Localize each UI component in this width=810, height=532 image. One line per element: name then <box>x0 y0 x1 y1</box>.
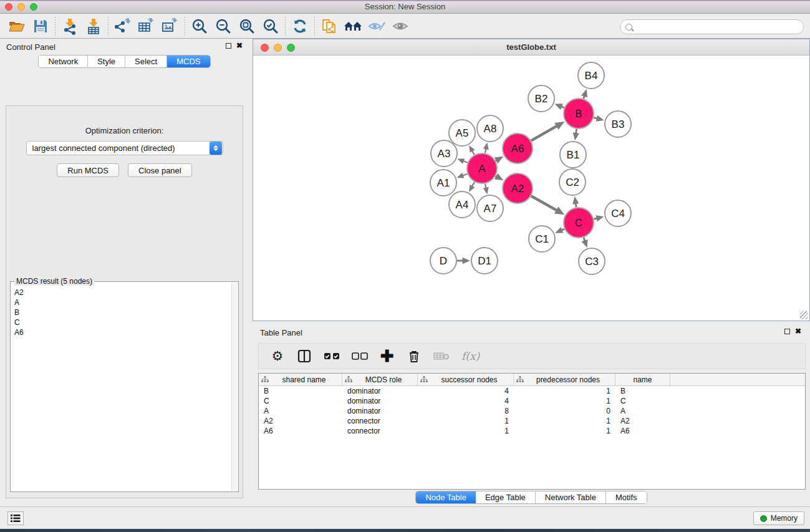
tab-node-table[interactable]: Node Table <box>416 491 476 503</box>
cell-MCDS-role[interactable]: connector <box>342 417 418 425</box>
cell-predecessor-nodes[interactable]: 1 <box>514 427 615 435</box>
edge-A-A4[interactable] <box>472 182 475 186</box>
cell-name[interactable]: C <box>615 397 670 405</box>
import-network-button[interactable] <box>58 16 82 36</box>
column-visibility-button[interactable] <box>297 347 312 365</box>
zoom-in-button[interactable] <box>188 16 211 36</box>
cell-MCDS-role[interactable]: dominator <box>342 397 418 405</box>
cell-successor-nodes[interactable]: 4 <box>418 397 514 405</box>
cell-successor-nodes[interactable]: 1 <box>418 427 514 435</box>
edge-A-A3[interactable] <box>463 161 468 163</box>
tab-motifs[interactable]: Motifs <box>606 491 647 503</box>
home-button[interactable] <box>341 16 365 36</box>
edge-A-A1[interactable] <box>463 174 468 176</box>
edge-A6-B[interactable] <box>531 126 557 141</box>
graph-node-A8[interactable]: A8 <box>477 115 503 142</box>
graph-node-A6[interactable]: A6 <box>503 133 533 163</box>
export-image-button[interactable] <box>158 16 182 36</box>
cell-shared-name[interactable]: A2 <box>259 417 342 425</box>
cell-shared-name[interactable]: C <box>259 397 342 405</box>
edge-A-A7[interactable] <box>485 183 486 188</box>
graph-node-A[interactable]: A <box>467 153 497 183</box>
result-item-a6[interactable]: A6 <box>14 327 228 337</box>
column-header-predecessor-nodes[interactable]: predecessor nodes <box>514 374 615 385</box>
cell-successor-nodes[interactable]: 4 <box>418 387 514 395</box>
float-table-panel-icon[interactable] <box>784 329 790 334</box>
export-network-button[interactable] <box>111 16 135 36</box>
save-session-button[interactable] <box>29 16 52 36</box>
show-visibility-button[interactable] <box>388 16 412 36</box>
export-table-button[interactable] <box>135 16 158 36</box>
cell-name[interactable]: A <box>615 407 670 415</box>
table-settings-button[interactable]: ⚙ <box>270 347 285 365</box>
close-panel-button[interactable]: Close panel <box>128 163 192 177</box>
graph-node-C3[interactable]: C3 <box>579 248 605 274</box>
cell-name[interactable]: B <box>615 387 670 395</box>
tab-style[interactable]: Style <box>88 56 125 67</box>
zoom-fit-button[interactable] <box>235 16 259 36</box>
graph-node-B2[interactable]: B2 <box>528 85 554 112</box>
result-item-a[interactable]: A <box>14 297 228 307</box>
cell-name[interactable]: A2 <box>615 417 670 425</box>
result-scrollbar[interactable] <box>231 283 238 491</box>
graph-node-A2[interactable]: A2 <box>503 173 533 203</box>
graph-node-D1[interactable]: D1 <box>471 248 498 274</box>
graph-node-A5[interactable]: A5 <box>449 120 475 146</box>
tab-network-table[interactable]: Network Table <box>536 491 606 503</box>
graph-node-A3[interactable]: A3 <box>431 140 457 167</box>
graph-node-B[interactable]: B <box>564 99 594 128</box>
zoom-out-button[interactable] <box>211 16 235 36</box>
network-window-titlebar[interactable]: testGlobe.txt <box>253 39 809 56</box>
close-panel-icon[interactable]: ✖ <box>236 42 243 49</box>
graph-node-A7[interactable]: A7 <box>477 195 503 221</box>
deselect-all-button[interactable] <box>352 347 368 365</box>
cell-MCDS-role[interactable]: dominator <box>342 407 418 415</box>
cell-shared-name[interactable]: A <box>259 407 342 415</box>
graph-node-C2[interactable]: C2 <box>559 169 586 195</box>
graph-node-B1[interactable]: B1 <box>560 142 586 168</box>
graph-node-C[interactable]: C <box>564 208 594 238</box>
graph-node-A4[interactable]: A4 <box>449 191 475 218</box>
column-header-successor-nodes[interactable]: successor nodes <box>418 374 514 385</box>
edge-A-A5[interactable] <box>472 151 475 155</box>
function-builder-button[interactable]: f(x) <box>461 347 480 365</box>
refresh-layout-button[interactable] <box>288 16 312 36</box>
cell-MCDS-role[interactable]: connector <box>342 427 418 435</box>
duplicate-network-button[interactable] <box>317 16 341 36</box>
search-input[interactable] <box>636 21 803 32</box>
cell-shared-name[interactable]: A6 <box>259 427 342 435</box>
cell-MCDS-role[interactable]: dominator <box>342 387 418 395</box>
graph-node-D[interactable]: D <box>430 248 456 274</box>
cell-predecessor-nodes[interactable]: 0 <box>514 407 615 415</box>
cell-successor-nodes[interactable]: 1 <box>418 417 514 425</box>
cell-name[interactable]: A6 <box>615 427 670 435</box>
graph-node-C1[interactable]: C1 <box>529 226 555 252</box>
hide-visibility-button[interactable] <box>365 16 388 36</box>
memory-button[interactable]: Memory <box>753 511 804 525</box>
graph-node-C4[interactable]: C4 <box>605 200 631 226</box>
cell-shared-name[interactable]: B <box>259 387 342 395</box>
graph-node-A1[interactable]: A1 <box>430 170 456 196</box>
cell-predecessor-nodes[interactable]: 1 <box>514 397 615 405</box>
edge-B-B1[interactable] <box>576 129 577 133</box>
delete-table-button[interactable] <box>433 347 450 365</box>
result-item-c[interactable]: C <box>14 317 228 327</box>
edge-A2-C[interactable] <box>531 196 557 210</box>
graph-node-B4[interactable]: B4 <box>578 62 604 89</box>
edge-A-A8[interactable] <box>485 148 486 153</box>
tab-network[interactable]: Network <box>39 56 88 67</box>
tab-edge-table[interactable]: Edge Table <box>476 491 536 503</box>
cell-successor-nodes[interactable]: 8 <box>418 407 514 415</box>
optimization-criterion-select[interactable]: largest connected component (directed) <box>26 141 223 155</box>
tab-mcds[interactable]: MCDS <box>167 56 210 67</box>
select-all-button[interactable] <box>324 347 340 365</box>
column-header-MCDS-role[interactable]: MCDS role <box>342 374 418 385</box>
open-session-button[interactable] <box>5 16 29 36</box>
delete-column-button[interactable] <box>407 347 422 365</box>
add-column-button[interactable]: ✚ <box>380 347 395 365</box>
resize-grip-icon[interactable] <box>800 311 808 319</box>
result-item-a2[interactable]: A2 <box>14 288 228 297</box>
tab-select[interactable]: Select <box>125 56 167 67</box>
cell-predecessor-nodes[interactable]: 1 <box>514 417 615 425</box>
column-header-name[interactable]: name <box>615 374 670 385</box>
